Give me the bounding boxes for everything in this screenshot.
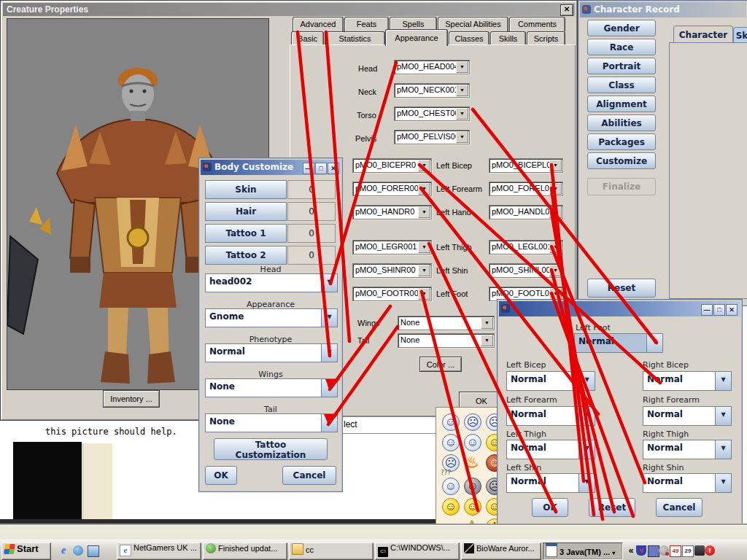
chevron-down-icon[interactable]: ▼ [549,183,562,195]
color-button[interactable]: Color ... [419,357,462,372]
right-bicep-combobox[interactable]: pMO0_BICEPL00▼ [489,158,563,173]
torso-combobox[interactable]: pMO0_CHEST00▼ [394,106,470,121]
select-button-fragment[interactable]: lect [337,416,444,434]
chevron-down-icon[interactable]: ▼ [321,274,337,292]
smiley-flame[interactable]: ♨ [464,454,480,470]
tray-overflow-chevron[interactable]: « [626,545,636,556]
chevron-down-icon[interactable]: ▼ [456,61,468,73]
creature-properties-titlebar[interactable]: Creature Properties [3,3,575,16]
warning-icon[interactable]: ⚠ [464,518,480,524]
chevron-down-icon[interactable]: ▼ [456,85,468,96]
ok-button[interactable]: OK [205,466,237,485]
class-button[interactable]: Class [587,77,656,93]
chevron-down-icon[interactable]: ▼ [321,309,337,327]
badge-29-icon[interactable]: 29 [682,545,694,557]
tattoo1-button[interactable]: Tattoo 1 [205,224,287,243]
left-forearm-combobox[interactable]: pMO0_FORER00▼ [352,182,432,196]
smiley-smile[interactable]: ☺ [442,413,460,431]
left-hand-combobox[interactable]: pMO0_HANDR0▼ [352,205,432,219]
maximize-icon[interactable]: □ [713,304,725,316]
chevron-down-icon[interactable]: ▼ [418,288,430,300]
task-netgamers[interactable]: eNetGamers UK ... [117,542,201,560]
ok-button[interactable]: OK [532,498,568,517]
start-button[interactable]: Start [1,542,51,560]
cancel-button[interactable]: Cancel [282,466,336,485]
chevron-down-icon[interactable]: ▼ [456,108,468,120]
task-finished-update[interactable]: Finished updat... [203,542,287,560]
appearance-field-combobox[interactable]: Gnome▼ [205,308,338,327]
alignment-button[interactable]: Alignment [587,96,656,112]
maximize-icon[interactable]: □ [315,163,327,174]
chevron-down-icon[interactable]: ▼ [456,131,468,143]
left-forearm-combobox[interactable]: Normal▼ [506,406,595,426]
reset-button[interactable]: Reset [589,498,635,517]
task-cc-folder[interactable]: cc [289,542,374,560]
smiley-annoyed[interactable]: ☺ [442,498,460,516]
tab-statistics[interactable]: Statistics [325,31,385,45]
chevron-down-icon[interactable]: ▼ [481,335,493,346]
smiley-confused[interactable]: ☺ [442,478,460,495]
arrow-icon[interactable]: → [442,518,458,524]
chevron-down-icon[interactable]: ▼ [549,241,562,253]
tab-scripts[interactable]: Scripts [527,31,565,45]
cancel-button[interactable]: Cancel [656,498,703,517]
left-shin-combobox[interactable]: Normal▼ [506,473,595,493]
tail-combobox[interactable]: None▼ [398,333,495,348]
tab-skills[interactable]: Skills [490,31,526,45]
hair-button[interactable]: Hair [205,202,287,221]
messenger-tray-icon[interactable] [659,545,669,556]
minimize-icon[interactable]: — [701,304,713,316]
tattoo-customization-button[interactable]: Tattoo Customization [214,438,328,460]
chevron-down-icon[interactable]: ▼ [549,160,562,171]
chevron-down-icon[interactable]: ▼ [715,372,731,390]
task-command-prompt[interactable]: C:\C:\WINDOWS\... [375,542,460,560]
chevron-down-icon[interactable]: ▼ [321,414,337,432]
left-shin-combobox[interactable]: pMO0_SHINR00▼ [352,263,432,278]
right-forearm-combobox[interactable]: pMO0_FOREL00▼ [489,182,563,196]
wings-combobox[interactable]: None▼ [398,316,495,330]
chevron-down-icon[interactable]: ▼ [646,334,662,352]
phenotype-field-combobox[interactable]: Normal▼ [205,343,338,362]
chevron-down-icon[interactable]: ▼ [418,241,430,253]
tab-appearance[interactable]: Appearance [385,29,448,46]
portrait-button[interactable]: Portrait [587,58,656,74]
chevron-down-icon[interactable]: ▼ [549,206,562,218]
tab-special-abilities[interactable]: Special Abilities [438,17,508,31]
chevron-down-icon[interactable]: ▼ [715,407,731,425]
chevron-down-icon[interactable]: ▼ [578,440,595,459]
abilities-button[interactable]: Abilities [587,114,656,131]
right-bicep-combobox[interactable]: Normal▼ [643,371,732,391]
chevron-down-icon[interactable]: ▼ [321,344,337,362]
tab-feats[interactable]: Feats [344,17,389,31]
chevron-down-icon[interactable]: ▼ [578,474,595,492]
head-field-combobox[interactable]: head002▼ [205,273,338,292]
chevron-down-icon[interactable]: ▼ [715,474,731,492]
right-shin-combobox[interactable]: pMO0_SHINL00▼ [489,263,563,278]
ie-quicklaunch-icon[interactable]: e [58,545,69,556]
tab-basic[interactable]: Basic [291,31,324,45]
tab-classes[interactable]: Classes [449,31,489,45]
right-thigh-combobox[interactable]: Normal▼ [643,440,732,459]
wings-field-combobox[interactable]: None▼ [205,378,338,397]
left-foot-combobox[interactable]: pMO0_FOOTR00▼ [352,287,432,301]
smiley-raspberry[interactable]: ☺ [464,478,481,495]
smiley-grin[interactable]: ☺ [464,434,481,451]
tail-field-combobox[interactable]: None▼ [205,413,338,432]
close-icon[interactable]: ✕ [726,304,738,316]
inventory-button[interactable]: Inventory ... [103,390,160,408]
display-icon[interactable] [648,545,659,557]
tab-comments[interactable]: Comments [509,17,565,31]
neck-combobox[interactable]: pMO0_NECK001▼ [394,83,470,98]
chevron-down-icon[interactable]: ▼ [418,183,430,195]
pelvis-combobox[interactable]: pMO0_PELVIS00▼ [394,130,470,144]
tattoo2-button[interactable]: Tattoo 2 [205,246,287,265]
skin-button[interactable]: Skin [205,180,287,199]
tab-advanced[interactable]: Advanced [293,17,344,31]
alert-icon[interactable]: ! [705,545,715,556]
right-thigh-combobox[interactable]: pMO0_LEGL001▼ [489,240,563,254]
chevron-down-icon[interactable]: ▼ [578,407,595,425]
task-java-group[interactable]: 3 Java(TM) ... ▾ [543,542,623,560]
race-button[interactable]: Race [587,39,656,55]
badge-49-icon[interactable]: 49 [670,545,681,557]
right-hand-combobox[interactable]: pMO0_HANDL00▼ [489,205,563,219]
